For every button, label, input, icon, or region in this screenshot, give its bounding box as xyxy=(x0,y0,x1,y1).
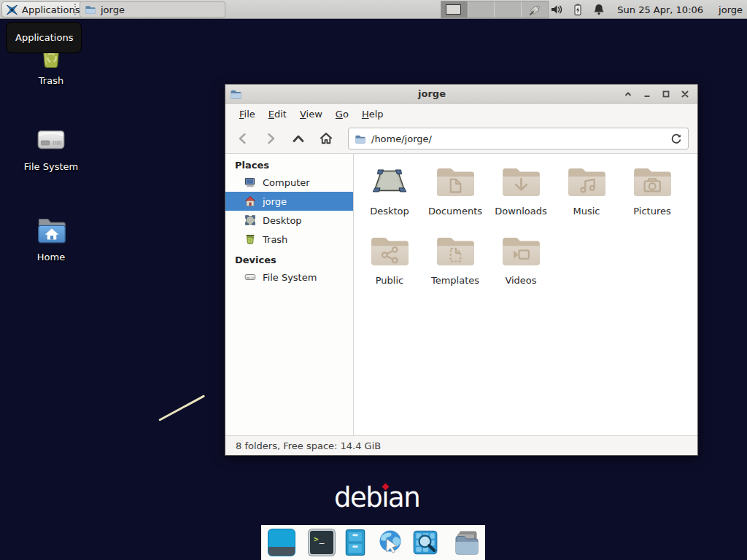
home-folder-icon xyxy=(32,211,70,248)
file-tile-downloads[interactable]: Downloads xyxy=(488,163,554,233)
home-button[interactable] xyxy=(319,131,333,146)
workspace-3[interactable] xyxy=(495,1,522,18)
sidebar-item-computer[interactable]: Computer xyxy=(225,173,353,192)
path-bar[interactable]: /home/jorge/ xyxy=(348,128,689,149)
shade-button[interactable] xyxy=(622,88,635,101)
applications-tooltip-text: Applications xyxy=(15,32,73,43)
up-button[interactable] xyxy=(291,131,306,146)
folder-pictures-icon xyxy=(631,163,673,200)
minimize-button[interactable] xyxy=(640,88,654,101)
folder-documents-icon xyxy=(434,163,476,200)
current-path[interactable]: /home/jorge/ xyxy=(371,133,665,144)
file-label: Templates xyxy=(431,275,479,286)
file-tile-music[interactable]: Music xyxy=(554,163,619,233)
hard-drive-icon xyxy=(244,271,256,283)
show-desktop-icon xyxy=(268,529,295,556)
applications-menu-button[interactable]: Applications xyxy=(1,1,86,18)
file-manager-window: jorge File Edit View Go Help xyxy=(225,84,698,456)
wired-network-icon[interactable] xyxy=(528,2,543,17)
status-text: 8 folders, Free space: 14.4 GiB xyxy=(236,440,381,451)
workspace-1[interactable] xyxy=(441,1,468,18)
maximize-button[interactable] xyxy=(659,88,673,101)
places-sidebar: Places Computer jorge xyxy=(225,154,354,435)
file-tile-public[interactable]: Public xyxy=(357,233,422,302)
top-panel: Applications jorge xyxy=(0,0,747,19)
home-icon xyxy=(319,131,333,146)
folder-icon xyxy=(85,4,96,15)
notifications-bell-icon[interactable] xyxy=(592,2,606,17)
debian-logo-post: an xyxy=(388,482,419,513)
file-tile-pictures[interactable]: Pictures xyxy=(619,163,685,233)
sidebar-item-file-system[interactable]: File System xyxy=(225,268,353,287)
show-desktop-button[interactable] xyxy=(268,529,295,556)
file-label: Public xyxy=(376,275,403,286)
sidebar-item-label: Computer xyxy=(263,177,310,188)
folder-public-icon xyxy=(368,233,411,269)
reload-icon xyxy=(670,133,682,144)
file-view: Desktop Documents Downloads xyxy=(354,154,697,435)
panel-grip-handle[interactable] xyxy=(74,4,77,15)
sidebar-item-label: Trash xyxy=(263,234,287,245)
app-finder-icon xyxy=(411,529,439,556)
file-label: Music xyxy=(573,206,600,217)
file-tile-templates[interactable]: Templates xyxy=(422,233,488,302)
volume-icon[interactable] xyxy=(549,2,564,17)
terminal-launcher[interactable]: >_ xyxy=(309,529,335,556)
forward-button[interactable] xyxy=(263,131,278,146)
menu-edit[interactable]: Edit xyxy=(262,106,293,122)
panel-clock[interactable]: Sun 25 Apr, 10:06 xyxy=(617,4,703,15)
menu-help[interactable]: Help xyxy=(355,106,390,122)
file-label: Pictures xyxy=(633,206,670,217)
reload-button[interactable] xyxy=(670,133,682,144)
workspace-window-thumb xyxy=(446,4,461,15)
battery-charging-icon[interactable] xyxy=(570,2,585,17)
menu-view[interactable]: View xyxy=(293,106,329,122)
chevron-left-icon xyxy=(236,131,250,146)
window-titlebar[interactable]: jorge xyxy=(225,85,697,104)
folder-templates-icon xyxy=(434,233,476,269)
back-button[interactable] xyxy=(236,131,250,146)
file-manager-launcher[interactable] xyxy=(341,528,369,557)
debian-logo-pre: deb xyxy=(334,482,382,513)
file-label: Documents xyxy=(428,206,482,217)
file-tile-desktop[interactable]: Desktop xyxy=(357,163,422,233)
sidebar-item-trash[interactable]: Trash xyxy=(225,230,353,249)
folder-videos-icon xyxy=(500,233,542,269)
applications-tooltip: Applications xyxy=(6,22,82,53)
sidebar-item-label: File System xyxy=(263,272,317,283)
close-button[interactable] xyxy=(678,88,692,101)
menu-go[interactable]: Go xyxy=(329,106,355,122)
workspace-2[interactable] xyxy=(468,1,495,18)
web-browser-globe-icon xyxy=(376,528,405,557)
menu-bar: File Edit View Go Help xyxy=(225,104,697,124)
folder-music-icon xyxy=(565,163,608,200)
directory-folder-icon xyxy=(452,529,481,556)
app-finder-launcher[interactable] xyxy=(411,529,439,556)
toolbar: /home/jorge/ xyxy=(225,124,697,154)
folder-icon xyxy=(230,88,242,100)
taskbar-window-button[interactable]: jorge xyxy=(80,1,225,18)
desktop-icon-home[interactable]: Home xyxy=(16,211,86,262)
file-tile-videos[interactable]: Videos xyxy=(488,233,554,302)
file-tile-documents[interactable]: Documents xyxy=(422,163,488,233)
sidebar-item-jorge[interactable]: jorge xyxy=(225,192,353,211)
desktop-icon-file-system[interactable]: File System xyxy=(16,121,86,172)
hard-drive-icon xyxy=(32,121,70,158)
desktop-icon-label: Home xyxy=(37,252,65,262)
sidebar-item-label: Desktop xyxy=(263,215,302,226)
debian-logo: debıan xyxy=(334,482,419,513)
terminal-icon: >_ xyxy=(309,529,335,556)
devices-header: Devices xyxy=(225,249,353,268)
directory-menu-button[interactable] xyxy=(452,529,481,556)
web-browser-launcher[interactable] xyxy=(376,528,405,557)
window-title: jorge xyxy=(242,88,622,99)
sidebar-item-desktop[interactable]: Desktop xyxy=(225,211,353,230)
trash-icon xyxy=(244,233,256,245)
menu-file[interactable]: File xyxy=(233,106,262,122)
panel-tray-area: Sun 25 Apr, 10:06 jorge xyxy=(528,0,747,19)
xfce-x-icon xyxy=(6,4,18,16)
desktop-icon xyxy=(244,214,256,226)
folder-icon xyxy=(355,133,366,144)
file-label: Desktop xyxy=(370,206,409,217)
file-cabinet-icon xyxy=(341,528,369,557)
